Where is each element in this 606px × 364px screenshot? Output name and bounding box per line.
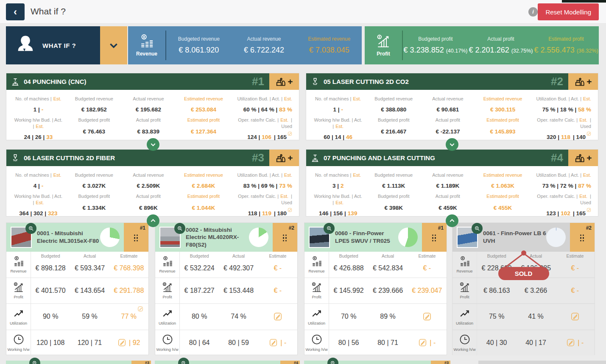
actual-revenue: Actual revenue€ 90.681 [421, 91, 475, 113]
plus-icon: + [586, 77, 592, 86]
edit-icon[interactable] [586, 207, 591, 214]
group-card-07-punch-laser: 07 PUNCHING AND LASER CUTTING #4 + No. o… [306, 149, 598, 217]
machine-header: 0002 - Mitsubishi Electric ML4020RX-F80(… [155, 223, 297, 252]
zoom-in-icon[interactable] [324, 223, 335, 234]
what-if-dropdown-button[interactable] [100, 26, 127, 64]
machine-side-strip[interactable]: #2 [273, 223, 297, 252]
next-machine-card-peek[interactable]: #3 [304, 361, 450, 364]
window-artifact [562, 0, 606, 3]
group-expand-chevron-down[interactable] [147, 138, 159, 151]
machine-name: 0061 - Finn-Power LB 6 UVH [483, 230, 546, 245]
working-hours-clock-icon: Working h/w [6, 330, 31, 356]
kebab-menu-icon[interactable] [134, 235, 138, 242]
group-title: 05 LASER CUTTING 2D CO2 [324, 78, 551, 85]
no-of-machines: No. of machines |Est. 1 |- [310, 91, 366, 113]
estimated-revenue: Estimated revenue€ 300.115 [475, 91, 529, 113]
edit-icon[interactable] [288, 131, 292, 137]
profit-chart-icon [376, 34, 391, 50]
group-expand-chevron-down[interactable] [446, 138, 458, 151]
machine-photo[interactable] [309, 227, 330, 248]
actual-revenue: Actual revenue€ 2.509K [121, 167, 176, 189]
utilization-trend-icon: Utilization [452, 304, 477, 330]
machine-side-strip[interactable]: #1 [422, 223, 447, 252]
machine-icon [275, 76, 286, 87]
revenue-coins-icon [140, 34, 154, 50]
machine-rank: #1 [438, 225, 444, 231]
machine-photo[interactable] [11, 227, 32, 248]
kebab-menu-icon[interactable] [283, 235, 287, 242]
utilization-pie-chart [546, 228, 566, 247]
col-header: Estimate [109, 253, 148, 259]
machine-icon [574, 76, 585, 87]
info-icon[interactable]: i [528, 7, 538, 17]
zoom-in-icon [178, 358, 189, 364]
plus-icon: + [288, 153, 293, 162]
next-machine-card-peek[interactable]: #3 [6, 361, 151, 364]
edit-icon[interactable] [269, 338, 278, 347]
back-button[interactable]: ‹ [6, 3, 25, 20]
machine-name: 0001 - Mitsubishi Electric ML3015eX-F80 [37, 230, 100, 245]
machine-icon [275, 153, 286, 164]
edit-icon[interactable] [288, 207, 292, 214]
utilization-trend-icon: Utilization [155, 304, 180, 330]
machine-rank: #3 [131, 361, 151, 364]
utilization: Utilization Bud. | Act. |Est. 83 % | 69 … [230, 167, 296, 189]
edit-icon[interactable] [566, 338, 575, 347]
machine-photo[interactable] [159, 227, 181, 248]
working-hw: Working h/w Bud. | Act. |Est. 364 | 302 … [10, 189, 67, 217]
col-header: Estimate [556, 253, 595, 259]
machine-card-0060: 0060 - Finn-Power LPE5 SWUV / TR025 #1 R… [304, 222, 447, 355]
add-machine-button[interactable]: + [568, 73, 598, 90]
oper-rate: Oper. rate/hr Calc. |Est.| Used 123 |102… [529, 189, 595, 217]
next-machine-card-peek[interactable]: #4 [155, 361, 300, 364]
add-machine-button[interactable]: + [269, 150, 299, 166]
estimated-profit: Estimated profit€ 127.364 [176, 113, 230, 140]
actual-profit: Actual profit€ 83.839 [121, 113, 176, 140]
group-title: 04 PUNCHING (CNC) [24, 78, 252, 85]
group-collapse-chevron-up[interactable] [147, 214, 159, 227]
group-header: 05 LASER CUTTING 2D CO2 #2 + [306, 73, 598, 90]
working-hw: Working h/w Bud. | Act. |Est. 24 | 26 |3… [10, 113, 67, 140]
actual-profit: Actual profit€ 459K [421, 189, 475, 217]
zoom-in-icon[interactable] [25, 223, 36, 234]
working-hours-clock-icon: Working h/w [452, 330, 477, 356]
machine-photo[interactable] [457, 227, 478, 248]
budgeted-profit: Budgeted profit€ 216.467 [366, 113, 421, 140]
machine-side-strip[interactable]: #2 [570, 223, 595, 252]
machine-card-0001: 0001 - Mitsubishi Electric ML3015eX-F80 … [6, 222, 149, 355]
utilization: Utilization Bud. | Act. |Est. 73 % | 72 … [529, 167, 595, 189]
reset-modelling-button[interactable]: Reset Modelling [538, 3, 599, 20]
edit-icon[interactable] [137, 306, 143, 312]
group-title: 07 PUNCHING AND LASER CUTTING [324, 154, 551, 161]
utilization-pie-chart [100, 228, 120, 247]
budgeted-profit: Budgeted profit € 3.238.852 (40.17%) [403, 26, 468, 64]
actual-revenue: Actual revenue € 6.722.242 [232, 26, 297, 64]
budgeted-revenue: Budgeted revenue€ 1.113K [366, 167, 421, 189]
add-machine-button[interactable]: + [269, 73, 299, 90]
revenue-summary-panel: Revenue Budgeted revenue € 8.061.920 Act… [128, 26, 362, 64]
group-collapse-chevron-up[interactable] [446, 214, 458, 227]
next-card-gray-peek [478, 361, 606, 364]
edit-icon[interactable] [273, 312, 282, 321]
edit-icon[interactable] [422, 312, 432, 321]
kebab-menu-icon[interactable] [432, 235, 436, 242]
working-hw: Working h/w Bud. | Act. |Est. 146 | 156 … [310, 189, 366, 217]
edit-icon[interactable] [117, 338, 126, 347]
kebab-menu-icon[interactable] [580, 235, 584, 242]
budgeted-revenue: Budgeted revenue€ 3.027K [67, 167, 121, 189]
add-machine-button[interactable]: + [568, 150, 598, 166]
edit-icon[interactable] [418, 338, 427, 347]
plus-icon: + [586, 153, 592, 162]
estimated-revenue: Estimated revenue€ 2.684K [176, 167, 230, 189]
zoom-in-icon[interactable] [472, 223, 483, 234]
edit-icon[interactable] [586, 131, 591, 137]
machine-icon [574, 153, 585, 164]
col-header: Actual [219, 253, 258, 259]
group-rank: #1 [252, 75, 264, 88]
edit-icon[interactable] [570, 312, 580, 321]
zoom-in-icon[interactable] [174, 223, 185, 234]
col-header: Estimate [258, 253, 297, 259]
budgeted-revenue: Budgeted revenue € 8.061.920 [166, 26, 232, 64]
revenue-panel-label: Revenue [136, 51, 157, 57]
machine-side-strip[interactable]: #1 [124, 223, 148, 252]
